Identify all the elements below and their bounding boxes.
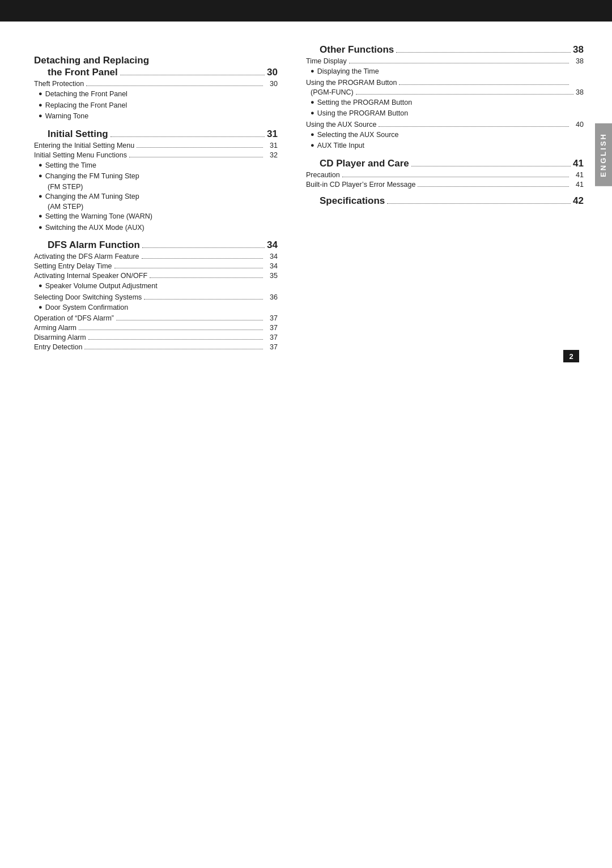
toc-using-aux-source: Using the AUX Source 40 [306,121,584,129]
toc-operation-dfs: Operation of “DFS Alarm” 37 [34,314,278,322]
section-cd-title: CD Player and Care 41 [306,158,584,169]
top-bar [0,0,612,22]
toc-pgm-func: (PGM-FUNC) 38 [306,88,584,96]
indent-fm-step: (FM STEP) [34,183,278,191]
bullet-aux-title-input: ● AUX Title Input [306,141,584,151]
bullet-detaching-front-panel: ● Detaching the Front Panel [34,89,278,100]
bullet-am-tuning: ● Changing the AM Tuning Step [34,192,278,202]
section-specifications: Specifications 42 [306,195,584,207]
toc-arming-alarm: Arming Alarm 37 [34,324,278,332]
section-initial-setting: Initial Setting 31 Entering the Initial … [34,129,278,233]
bullet-replacing-front-panel: ● Replacing the Front Panel [34,101,278,111]
section-spec-title: Specifications 42 [306,195,584,207]
indent-am-step: (AM STEP) [34,203,278,211]
section-dfs-title: DFS Alarm Function 34 [34,240,278,251]
toc-disarming-alarm: Disarming Alarm 37 [34,333,278,341]
section-dfs-alarm: DFS Alarm Function 34 Activating the DFS… [34,240,278,351]
bullet-setting-time: ● Setting the Time [34,161,278,171]
right-column: Other Functions 38 Time Display 38 ● Dis… [295,44,584,353]
section-detaching-title-line2: the Front Panel 30 [34,67,278,78]
section-other-title: Other Functions 38 [306,44,584,55]
toc-entry-detection: Entry Detection 37 [34,343,278,351]
page-number-badge: 2 [563,350,579,362]
bullet-displaying-time: ● Displaying the Time [306,67,584,77]
bullet-speaker-volume: ● Speaker Volume Output Adjustment [34,281,278,292]
bullet-warning-tone: ● Warning Tone [34,112,278,122]
bullet-aux-mode: ● Switching the AUX Mode (AUX) [34,223,278,233]
toc-entering-initial: Entering the Initial Setting Menu 31 [34,142,278,149]
section-detaching-title-line1: Detaching and Replacing [34,54,278,67]
toc-theft-protection: Theft Protection 30 [34,80,278,88]
toc-activating-dfs: Activating the DFS Alarm Feature 34 [34,253,278,260]
toc-using-program-button: Using the PROGRAM Button [306,79,584,87]
bullet-using-program: ● Using the PROGRAM Button [306,109,584,119]
toc-door-switching: Selecting Door Switching Systems 36 [34,293,278,301]
bullet-setting-program: ● Setting the PROGRAM Button [306,98,584,108]
section-detaching: Detaching and Replacing the Front Panel … [34,54,278,122]
toc-precaution: Precaution 41 [306,171,584,179]
english-tab: ENGLISH [595,123,612,186]
left-column: Detaching and Replacing the Front Panel … [34,44,295,353]
toc-entry-delay: Setting Entry Delay Time 34 [34,262,278,270]
bullet-selecting-aux: ● Selecting the AUX Source [306,130,584,140]
bullet-fm-tuning: ● Changing the FM Tuning Step [34,172,278,182]
toc-initial-setting-menu: Initial Setting Menu Functions 32 [34,151,278,159]
toc-internal-speaker: Activating Internal Speaker ON/OFF 35 [34,272,278,280]
section-cd-player: CD Player and Care 41 Precaution 41 Buil… [306,158,584,189]
section-other-functions: Other Functions 38 Time Display 38 ● Dis… [306,44,584,151]
bullet-door-system: ● Door System Confirmation [34,303,278,313]
toc-time-display: Time Display 38 [306,57,584,65]
bullet-warning-tone-warn: ● Setting the Warning Tone (WARN) [34,212,278,222]
section-initial-title: Initial Setting 31 [34,129,278,140]
toc-builtin-cd-error: Built-in CD Player’s Error Message 41 [306,181,584,189]
